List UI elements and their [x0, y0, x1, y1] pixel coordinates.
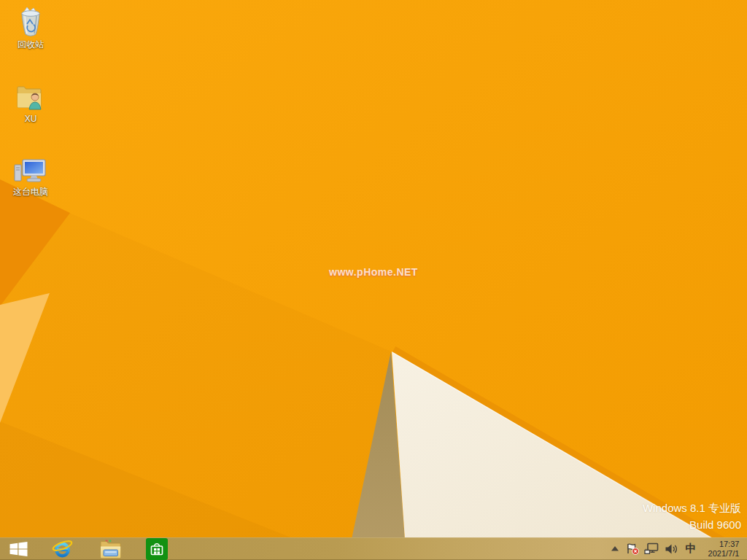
speaker-icon — [665, 543, 678, 555]
desktop-icon-label: 回收站 — [18, 40, 44, 50]
desktop-icon-this-pc[interactable]: 这台电脑 — [3, 152, 58, 197]
desktop-icon-recycle-bin[interactable]: 回收站 — [3, 4, 58, 50]
taskbar: 中 17:37 2021/7/1 — [0, 537, 747, 560]
network-icon — [644, 542, 659, 555]
file-explorer-button[interactable] — [96, 537, 125, 560]
windows-version-line2: Build 9600 — [643, 516, 741, 533]
clock-time: 17:37 — [708, 540, 740, 549]
windows-logo-icon — [9, 542, 28, 556]
store-icon — [146, 538, 168, 560]
wallpaper — [0, 0, 747, 560]
recycle-bin-icon — [17, 6, 44, 38]
windows-version-line1: Windows 8.1 专业版 — [643, 499, 741, 516]
volume-tray-icon[interactable] — [662, 537, 681, 560]
network-tray-icon[interactable] — [642, 537, 662, 560]
desktop-icon-label: 这台电脑 — [13, 187, 48, 197]
internet-explorer-button[interactable] — [47, 537, 77, 560]
clock[interactable]: 17:37 2021/7/1 — [700, 537, 741, 560]
watermark: www.pHome.NET — [0, 266, 747, 278]
hidden-icons-chevron[interactable] — [607, 537, 623, 560]
system-tray: 中 17:37 2021/7/1 — [607, 537, 747, 560]
user-folder-icon — [15, 85, 46, 112]
windows-version-text: Windows 8.1 专业版 Build 9600 — [643, 499, 741, 533]
file-explorer-icon — [99, 539, 122, 559]
chevron-up-icon — [611, 546, 619, 551]
store-button[interactable] — [142, 537, 171, 560]
desktop-icon-user-folder[interactable]: XU — [3, 79, 58, 124]
desktop: www.pHome.NET 回收站 — [0, 0, 747, 560]
this-pc-icon — [13, 156, 48, 185]
flag-alert-icon — [626, 542, 640, 555]
start-button[interactable] — [1, 537, 35, 560]
action-center-flag[interactable] — [623, 537, 642, 560]
desktop-icon-label: XU — [25, 114, 37, 124]
clock-date: 2021/7/1 — [708, 549, 740, 559]
internet-explorer-icon — [51, 538, 74, 560]
ime-indicator[interactable]: 中 — [681, 537, 700, 560]
